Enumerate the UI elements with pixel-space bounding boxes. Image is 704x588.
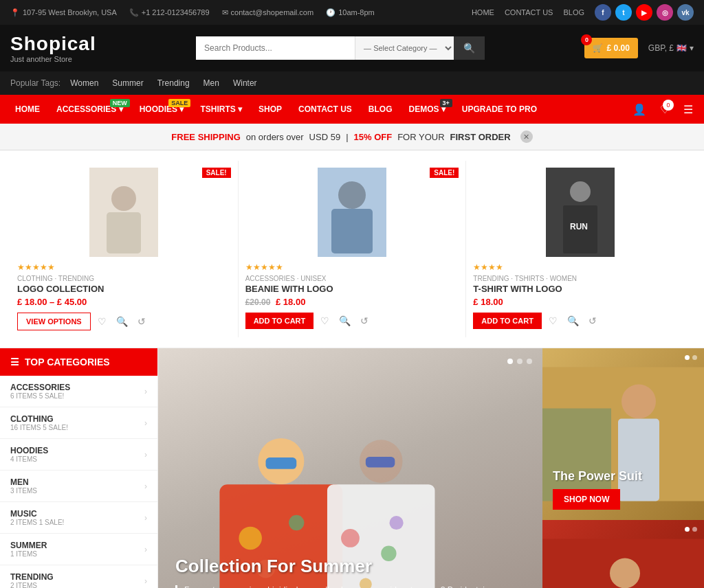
nav-upgrade[interactable]: UPGRADE TO PRO bbox=[454, 95, 545, 124]
banner-1-dot-2[interactable] bbox=[692, 355, 697, 360]
svg-point-24 bbox=[390, 516, 404, 530]
svg-point-1 bbox=[111, 186, 136, 211]
wishlist-icon-2[interactable]: ♡ bbox=[318, 313, 332, 329]
free-shipping-text: FREE SHIPPING bbox=[171, 132, 240, 142]
tag-summer[interactable]: Summer bbox=[108, 77, 147, 89]
sale-badge-1: SALE! bbox=[202, 168, 231, 178]
header-right: 0 🛒 £ 0.00 GBP, £ 🇬🇧 ▾ bbox=[584, 38, 694, 58]
vk-icon[interactable]: vk bbox=[677, 4, 694, 21]
hero-divider bbox=[175, 585, 177, 588]
search-icon-2[interactable]: 🔍 bbox=[336, 313, 353, 329]
shipping-amount: USD 59 bbox=[309, 132, 341, 142]
facebook-icon[interactable]: f bbox=[595, 4, 611, 21]
popular-tags-label: Popular Tags: bbox=[10, 78, 60, 88]
sidebar-item-hoodies[interactable]: HOODIES 4 ITEMS › bbox=[0, 439, 157, 471]
nav-hoodies[interactable]: HOODIES ▾ SALE bbox=[131, 95, 192, 124]
nav-accessories[interactable]: ACCESSORIES ▾ NEW bbox=[48, 95, 131, 124]
product-card-3: RUN ★★★★ TRENDING · TSHIRTS · WOMEN T-SH… bbox=[466, 161, 694, 337]
chevron-icon-clothing: › bbox=[144, 418, 147, 428]
nav-home[interactable]: HOME bbox=[7, 95, 48, 124]
chevron-icon-men: › bbox=[144, 482, 147, 491]
email-info: ✉ contact@shopemail.com bbox=[222, 8, 314, 17]
svg-rect-20 bbox=[366, 457, 395, 468]
search-icon-1[interactable]: 🔍 bbox=[113, 313, 131, 330]
hero-description: Fermentum magni morbi ridiculus repellen… bbox=[184, 584, 494, 588]
address-info: 📍 107-95 West Brooklyn, USA bbox=[10, 8, 117, 17]
sidebar-item-clothing[interactable]: CLOTHING 16 ITEMS 5 SALE! › bbox=[0, 407, 157, 439]
top-nav-contact[interactable]: CONTACT US bbox=[505, 8, 553, 16]
clock-icon: 🕐 bbox=[326, 8, 336, 17]
sidebar-item-title-trending: TRENDING bbox=[10, 572, 54, 582]
tag-men[interactable]: Men bbox=[199, 77, 223, 89]
nav-demos[interactable]: DEMOS ▾ 3+ bbox=[401, 95, 454, 124]
sidebar-item-accessories[interactable]: ACCESSORIES 6 ITEMS 5 SALE! › bbox=[0, 376, 157, 407]
header: Shopical Just another Store — Select Cat… bbox=[0, 25, 704, 71]
svg-rect-5 bbox=[331, 209, 373, 253]
wishlist-icon-3[interactable]: ♡ bbox=[546, 313, 560, 329]
add-to-cart-button-3[interactable]: ADD TO CART bbox=[473, 313, 542, 329]
product-cats-1: CLOTHING · TRENDING bbox=[17, 275, 231, 282]
phone-icon: 📞 bbox=[129, 8, 139, 17]
sale-badge-2: SALE! bbox=[430, 168, 459, 178]
refresh-icon-3[interactable]: ↺ bbox=[586, 313, 600, 329]
banner-1-dot-1[interactable] bbox=[685, 355, 690, 360]
hero-dots bbox=[507, 359, 532, 364]
top-nav-home[interactable]: HOME bbox=[472, 8, 494, 16]
view-options-button-1[interactable]: VIEW OPTIONS bbox=[17, 313, 91, 330]
nav-contact[interactable]: CONTACT US bbox=[290, 95, 360, 124]
youtube-icon[interactable]: ▶ bbox=[636, 4, 652, 21]
banner-1-content: The Power Suit SHOP NOW bbox=[553, 469, 694, 510]
cart-button[interactable]: 0 🛒 £ 0.00 bbox=[584, 38, 637, 58]
account-button[interactable]: 👤 bbox=[628, 96, 650, 123]
sidebar-item-title-clothing: CLOTHING bbox=[10, 414, 68, 424]
cart-badge: 0 bbox=[581, 34, 592, 45]
main-nav: HOME ACCESSORIES ▾ NEW HOODIES ▾ SALE TS… bbox=[0, 95, 704, 124]
chevron-icon-summer: › bbox=[144, 545, 147, 554]
twitter-icon[interactable]: t bbox=[615, 4, 632, 21]
search-icon-3[interactable]: 🔍 bbox=[564, 313, 582, 329]
svg-point-26 bbox=[622, 385, 656, 419]
banner-1-shop-button[interactable]: SHOP NOW bbox=[553, 489, 620, 510]
sidebar-item-sub-hoodies: 4 ITEMS bbox=[10, 455, 48, 463]
refresh-icon-2[interactable]: ↺ bbox=[358, 313, 371, 329]
hero-content: Collection For Summer Fermentum magni mo… bbox=[175, 556, 542, 588]
tag-women[interactable]: Women bbox=[66, 77, 102, 89]
hero-dot-2[interactable] bbox=[517, 359, 522, 364]
tag-winter[interactable]: Winter bbox=[229, 77, 261, 89]
shipping-separator: | bbox=[346, 132, 348, 142]
sidebar-item-music[interactable]: MUSIC 2 ITEMS 1 SALE! › bbox=[0, 502, 157, 534]
shipping-on-text: on orders over bbox=[246, 132, 304, 142]
product-title-3: T-SHIRT WITH LOGO bbox=[473, 284, 687, 294]
banner-2-dot-2[interactable] bbox=[692, 527, 697, 532]
search-input[interactable] bbox=[196, 36, 355, 60]
logo-title: Shopical bbox=[10, 33, 96, 55]
instagram-icon[interactable]: ◎ bbox=[657, 4, 673, 21]
top-bar-left: 📍 107-95 West Brooklyn, USA 📞 +1 212-012… bbox=[10, 8, 375, 17]
sidebar-item-summer[interactable]: SUMMER 1 ITEMS › bbox=[0, 534, 157, 565]
search-button[interactable]: 🔍 bbox=[454, 36, 485, 60]
add-to-cart-button-2[interactable]: ADD TO CART bbox=[245, 313, 314, 329]
close-banner-button[interactable]: ✕ bbox=[520, 131, 533, 143]
menu-button[interactable]: ☰ bbox=[679, 96, 697, 123]
banner-1-title: The Power Suit bbox=[553, 469, 694, 484]
hoodies-badge: SALE bbox=[168, 99, 190, 107]
wishlist-button[interactable]: ♡ 0 bbox=[656, 96, 674, 123]
cart-amount: £ 0.00 bbox=[606, 43, 629, 53]
category-select[interactable]: — Select Category — bbox=[355, 36, 454, 60]
tag-trending[interactable]: Trending bbox=[153, 77, 194, 89]
phone-info: 📞 +1 212-0123456789 bbox=[129, 8, 210, 17]
sidebar-item-men[interactable]: MEN 3 ITEMS › bbox=[0, 471, 157, 502]
refresh-icon-1[interactable]: ↺ bbox=[135, 313, 148, 330]
hero-dot-1[interactable] bbox=[507, 359, 513, 364]
banner-2-dot-1[interactable] bbox=[685, 527, 690, 532]
hero-dot-3[interactable] bbox=[527, 359, 532, 364]
nav-blog[interactable]: BLOG bbox=[360, 95, 401, 124]
currency-selector[interactable]: GBP, £ 🇬🇧 ▾ bbox=[648, 43, 694, 53]
wishlist-icon-1[interactable]: ♡ bbox=[95, 313, 109, 330]
sidebar-item-sub-summer: 1 ITEMS bbox=[10, 550, 47, 558]
chevron-icon-hoodies: › bbox=[144, 450, 147, 460]
nav-tshirts[interactable]: TSHIRTS ▾ bbox=[192, 95, 250, 124]
top-nav-blog[interactable]: BLOG bbox=[563, 8, 584, 16]
sidebar-item-trending[interactable]: TRENDING 2 ITEMS › bbox=[0, 565, 157, 588]
nav-shop[interactable]: SHOP bbox=[250, 95, 290, 124]
